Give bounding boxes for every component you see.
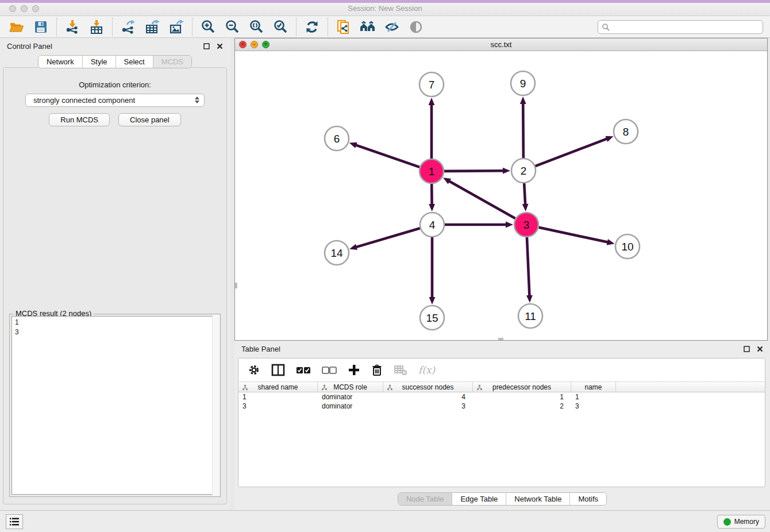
graph-node-8[interactable]: 8 (614, 119, 638, 144)
resize-handle[interactable] (498, 338, 503, 340)
save-session-icon[interactable] (32, 18, 49, 36)
column-header-successor-nodes[interactable]: successor nodes (383, 382, 473, 392)
edge-1-2[interactable] (444, 171, 504, 171)
hide-graphics-details-icon[interactable] (383, 18, 401, 36)
column-type-icon (387, 384, 393, 391)
zoom-out-icon[interactable] (224, 18, 241, 36)
edge-1-6[interactable] (355, 145, 419, 167)
export-image-icon[interactable] (168, 18, 185, 36)
tab-style[interactable]: Style (83, 56, 116, 68)
birdseye-view-icon[interactable] (407, 18, 425, 36)
graph-node-14[interactable]: 14 (325, 241, 349, 265)
zoom-selected-icon[interactable] (272, 18, 289, 36)
export-network-icon[interactable] (120, 18, 137, 36)
graph-node-2[interactable]: 2 (511, 159, 536, 183)
table-cell[interactable]: 1 (571, 393, 616, 401)
optimization-criterion-select[interactable]: strongly connected component (25, 94, 205, 107)
edge-3-1[interactable] (449, 181, 515, 219)
zoom-in-icon[interactable] (199, 18, 217, 36)
network-maximize-icon[interactable]: + (262, 41, 270, 48)
column-type-icon (476, 384, 483, 391)
select-all-rows-icon[interactable] (296, 366, 311, 374)
network-minimize-icon[interactable]: − (251, 41, 258, 48)
graph-node-9[interactable]: 9 (511, 71, 535, 95)
edge-arrowhead (349, 142, 357, 148)
resize-handle[interactable] (235, 283, 237, 288)
minimize-window-button[interactable] (21, 5, 28, 12)
function-builder-icon[interactable]: f(x) (418, 364, 435, 376)
table-cell[interactable]: 3 (238, 402, 318, 410)
network-graph[interactable]: 1234678910111415 (235, 51, 767, 340)
window-top-edge (0, 0, 770, 3)
memory-button[interactable]: Memory (717, 515, 765, 529)
network-canvas[interactable]: 1234678910111415 (235, 51, 767, 340)
table-row[interactable]: 1dominator411 (238, 392, 765, 402)
control-panel-tabs: Network Style Select MCDS (0, 55, 230, 68)
column-header-name[interactable]: name (571, 382, 616, 392)
edge-3-10[interactable] (539, 228, 609, 242)
network-close-icon[interactable]: × (239, 41, 247, 48)
table-cell[interactable]: dominator (318, 393, 383, 401)
edge-4-14[interactable] (356, 228, 420, 247)
import-table-icon[interactable] (88, 18, 105, 36)
close-panel-icon[interactable] (217, 43, 223, 49)
export-table-icon[interactable] (144, 18, 161, 36)
maximize-window-button[interactable] (32, 5, 39, 12)
graph-node-15[interactable]: 15 (420, 306, 444, 330)
table-cell[interactable]: dominator (318, 402, 383, 410)
window-controls[interactable] (9, 5, 39, 12)
edge-2-9[interactable] (523, 103, 523, 158)
graph-node-4[interactable]: 4 (420, 213, 444, 237)
tab-mcds[interactable]: MCDS (153, 56, 191, 68)
close-panel-icon[interactable] (757, 346, 763, 352)
table-cell[interactable]: 3 (383, 402, 473, 410)
import-network-icon[interactable] (64, 18, 81, 36)
table-cell[interactable]: 2 (473, 402, 571, 410)
network-from-selection-icon[interactable] (335, 18, 352, 36)
graph-node-10[interactable]: 10 (615, 234, 640, 259)
delete-row-icon[interactable] (371, 364, 383, 376)
graph-node-1[interactable]: 1 (419, 159, 444, 183)
search-input[interactable] (598, 20, 763, 34)
tab-select[interactable]: Select (116, 56, 153, 68)
run-mcds-button[interactable]: Run MCDS (49, 113, 110, 126)
table-cell[interactable]: 1 (473, 393, 571, 401)
tab-edge-table[interactable]: Edge Table (452, 493, 506, 505)
column-header-mcds-role[interactable]: MCDS role (318, 382, 383, 392)
graph-node-11[interactable]: 11 (518, 304, 542, 328)
close-window-button[interactable] (9, 5, 16, 12)
edge-2-8[interactable] (536, 138, 608, 166)
graph-node-3[interactable]: 3 (514, 213, 538, 237)
settings-icon[interactable] (248, 364, 260, 376)
tab-motifs[interactable]: Motifs (570, 493, 606, 505)
table-cell[interactable]: 4 (383, 393, 473, 401)
open-file-icon[interactable] (8, 18, 25, 36)
graph-node-6[interactable]: 6 (325, 126, 349, 151)
graph-node-7[interactable]: 7 (419, 72, 444, 97)
edge-2-3[interactable] (524, 183, 525, 205)
close-panel-button[interactable]: Close panel (118, 113, 181, 126)
table-cell[interactable]: 3 (571, 402, 616, 410)
column-header-shared-name[interactable]: shared name (238, 382, 318, 392)
tab-network[interactable]: Network (38, 56, 83, 68)
table-cell[interactable]: 1 (238, 393, 318, 401)
network-window-titlebar[interactable]: × − + scc.txt (235, 38, 767, 51)
add-row-icon[interactable] (348, 364, 360, 376)
refresh-icon[interactable] (303, 18, 321, 36)
show-log-button[interactable] (6, 514, 23, 529)
delete-table-icon[interactable] (394, 364, 407, 376)
unselect-all-rows-icon[interactable] (322, 366, 337, 374)
float-panel-icon[interactable] (744, 346, 750, 352)
edge-3-11[interactable] (527, 237, 530, 296)
network-window-title: scc.txt (491, 40, 512, 49)
table-row[interactable]: 3dominator323 (238, 402, 765, 411)
tab-network-table[interactable]: Network Table (506, 493, 570, 505)
zoom-fit-icon[interactable] (248, 18, 265, 36)
tab-node-table[interactable]: Node Table (398, 493, 453, 505)
result-scrollbar[interactable] (212, 315, 220, 496)
column-header-predecessor-nodes[interactable]: predecessor nodes (473, 382, 571, 392)
home-view-icon[interactable] (359, 18, 376, 36)
show-columns-icon[interactable] (271, 364, 285, 376)
float-panel-icon[interactable] (203, 43, 210, 49)
mcds-result-text[interactable]: 1 3 (11, 316, 218, 495)
